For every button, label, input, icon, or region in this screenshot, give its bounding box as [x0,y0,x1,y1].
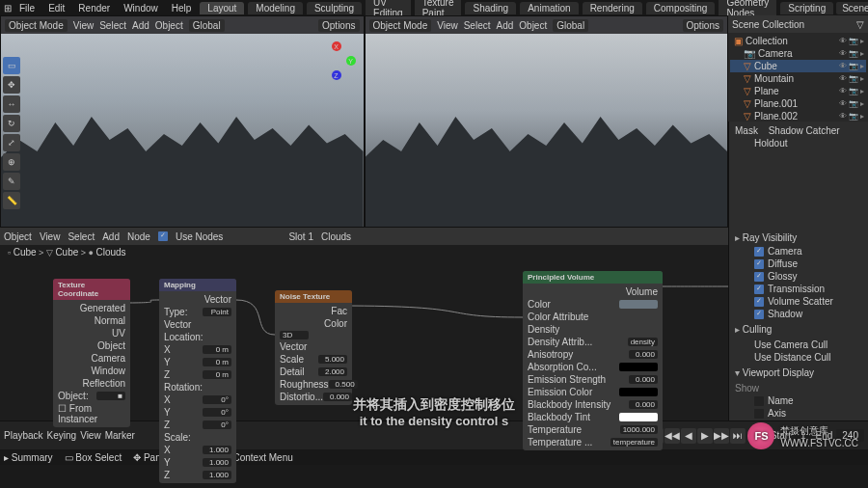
current-frame[interactable]: 1 [749,429,767,442]
tl-keying[interactable]: Keying [47,430,77,441]
vp-object[interactable]: Object [155,20,183,31]
outliner: Scene Collection ▽ ▣Collection👁 📷 ▸📷Came… [728,15,868,122]
use-nodes-check[interactable]: ✓ [158,231,168,241]
tool-measure[interactable]: 📏 [3,192,20,209]
tool-select[interactable]: ▭ [3,57,20,74]
vp-view[interactable]: View [73,20,95,31]
tool-transform[interactable]: ⊕ [3,153,20,171]
menu-file[interactable]: File [14,2,41,14]
tab-anim[interactable]: Animation [520,2,578,14]
prev-key[interactable]: ◀◀ [665,428,680,444]
orient-global[interactable]: Global [189,19,225,32]
start-frame[interactable]: 1 [795,429,812,442]
menu-help[interactable]: Help [166,2,198,14]
tl-view[interactable]: View [80,430,101,441]
viewport-header: Object Mode View Select Add Object Globa… [1,16,364,34]
outliner-item-mountain[interactable]: ▽Mountain👁 📷 ▸ [730,72,866,85]
node-mapping[interactable]: Mapping Vector Type:Point Vector Locatio… [159,279,236,483]
tool-scale[interactable]: ⤢ [3,134,20,151]
next-key[interactable]: ▶▶ [714,428,729,444]
node-header: Object View Select Add Node ✓ Use Nodes … [0,228,728,245]
filter-icon[interactable]: ▽ [856,19,864,30]
app-icon[interactable]: ⊞ [4,3,12,14]
scene-collection[interactable]: Scene Collection [732,19,804,30]
tl-playback[interactable]: Playback [4,430,43,441]
viewport-left[interactable]: Object Mode View Select Add Object Globa… [0,15,365,228]
options-btn[interactable]: Options [318,19,359,32]
tab-modeling[interactable]: Modeling [248,2,303,14]
tool-rotate[interactable]: ↻ [3,115,20,132]
left-toolbar: ▭ ✥ ↔ ↻ ⤢ ⊕ ✎ 📏 [3,57,20,209]
mode-dropdown-2[interactable]: Object Mode [369,19,432,32]
ne-object[interactable]: Object [4,231,32,242]
scene-field[interactable]: Scene [836,2,868,14]
vp-add[interactable]: Add [132,20,149,31]
properties-right: ▸ Ray Visibility ✓Camera✓Diffuse✓Glossy✓… [728,228,868,420]
tool-move[interactable]: ↔ [3,95,20,113]
material-dropdown[interactable]: Clouds [321,231,351,242]
play-rev[interactable]: ◀ [681,428,696,444]
node-noise-texture[interactable]: Noise Texture Fac Color 3D Vector Scale5… [275,290,352,405]
mask-label: Mask [735,125,758,136]
slot-dropdown[interactable]: Slot 1 [288,231,313,242]
node-breadcrumb: ▫ Cube > ▽ Cube > ● Clouds [0,245,728,259]
tab-layout[interactable]: Layout [200,2,244,14]
tab-script[interactable]: Scripting [780,2,833,14]
nav-gizmo[interactable]: X Y Z [317,41,356,80]
viewport-right[interactable]: Object Mode View Select Add Object Globa… [365,15,729,228]
menu-render[interactable]: Render [72,2,116,14]
outliner-header: Scene Collection ▽ [728,15,868,33]
vp-select[interactable]: Select [99,20,126,31]
bottombar: ▸ Summary ▭ Box Select ✥ Pan View ▤ Node… [0,449,868,465]
outliner-item-collection[interactable]: ▣Collection👁 📷 ▸ [730,35,866,47]
tab-comp[interactable]: Compositing [646,2,716,14]
outliner-item-plane[interactable]: ▽Plane👁 📷 ▸ [730,85,866,97]
timeline: Playback Keying View Marker ⏮ ◀◀ ◀ ▶ ▶▶ … [0,420,868,449]
tab-sculpting[interactable]: Sculpting [307,2,362,14]
outliner-item-camera[interactable]: 📷Camera👁 📷 ▸ [730,47,866,60]
properties-panel: Mask Shadow Catcher Holdout [728,122,868,228]
top-menubar: ⊞ File Edit Render Window Help Layout Mo… [0,0,868,15]
menu-edit[interactable]: Edit [42,2,70,14]
node-texture-coordinate[interactable]: Texture Coordinate GeneratedNormalUVObje… [53,279,130,427]
end-frame[interactable]: 240 [836,429,864,442]
tab-shading[interactable]: Shading [465,2,516,14]
outliner-item-plane.002[interactable]: ▽Plane.002👁 📷 ▸ [730,110,866,122]
node-canvas[interactable]: Texture Coordinate GeneratedNormalUVObje… [0,259,728,420]
outliner-item-plane.001[interactable]: ▽Plane.001👁 📷 ▸ [730,97,866,110]
play[interactable]: ▶ [697,428,713,444]
menu-window[interactable]: Window [118,2,164,14]
jump-end[interactable]: ⏭ [730,428,746,444]
tl-marker[interactable]: Marker [105,430,135,441]
summary-label[interactable]: ▸ Summary [4,452,53,463]
tab-rendering[interactable]: Rendering [583,2,642,14]
node-principled-volume[interactable]: Principled Volume Volume Color Color Att… [523,271,663,450]
box-select: ▭ Box Select [65,452,122,463]
tool-annotate[interactable]: ✎ [3,173,20,190]
mode-dropdown[interactable]: Object Mode [5,19,68,32]
outliner-item-cube[interactable]: ▽Cube👁 📷 ▸ [730,60,866,72]
tool-cursor[interactable]: ✥ [3,76,20,94]
